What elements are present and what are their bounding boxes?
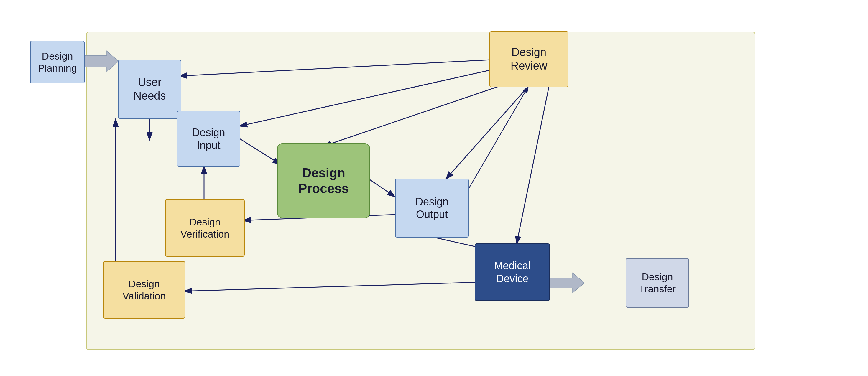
design-output-label: DesignOutput — [415, 195, 448, 221]
design-validation-box: DesignValidation — [103, 261, 185, 318]
design-input-box: DesignInput — [177, 111, 240, 167]
diagram-container: DesignPlanning UserNeeds DesignInput Des… — [21, 14, 847, 362]
user-needs-box: UserNeeds — [118, 60, 181, 119]
medical-device-box: MedicalDevice — [475, 243, 550, 301]
design-review-label: DesignReview — [511, 46, 548, 72]
design-validation-label: DesignValidation — [123, 278, 166, 302]
user-needs-label: UserNeeds — [133, 76, 166, 102]
design-transfer-label: DesignTransfer — [639, 271, 676, 295]
design-verification-box: DesignVerification — [165, 199, 245, 257]
design-transfer-box: DesignTransfer — [626, 258, 689, 308]
design-planning-box: DesignPlanning — [30, 41, 85, 84]
design-input-label: DesignInput — [192, 126, 225, 152]
design-review-box: DesignReview — [489, 31, 568, 87]
medical-device-label: MedicalDevice — [494, 259, 530, 285]
design-output-box: DesignOutput — [395, 179, 469, 238]
main-area: DesignPlanning UserNeeds DesignInput Des… — [21, 14, 847, 362]
design-planning-label: DesignPlanning — [38, 50, 77, 74]
design-verification-label: DesignVerification — [181, 216, 229, 240]
design-process-box: DesignProcess — [277, 143, 370, 218]
design-process-label: DesignProcess — [299, 165, 349, 196]
